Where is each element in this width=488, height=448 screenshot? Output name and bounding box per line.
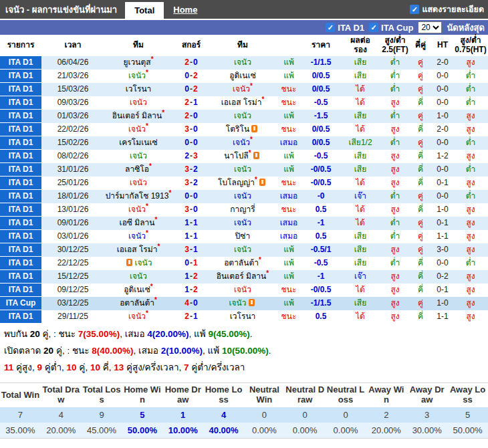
ht-score: 1-0 xyxy=(432,110,453,123)
home-team: เจนัว xyxy=(104,150,172,163)
stats-count: 5 xyxy=(122,407,162,423)
match-date: 09/01/26 xyxy=(41,217,104,230)
stats-column-header: Total Draw xyxy=(41,383,82,407)
league-filter-ita-d1[interactable]: ITA D1 xyxy=(326,23,364,33)
tab-total[interactable]: Total xyxy=(125,2,164,19)
match-result: เสมอ xyxy=(275,190,302,203)
handicap-result: เสีย xyxy=(340,230,381,243)
away-team: เจนัว xyxy=(210,297,275,310)
handicap-result: ได้ xyxy=(340,310,381,324)
result-text: ชนะ xyxy=(281,179,297,187)
card-icon xyxy=(253,152,259,159)
match-date: 03/01/26 xyxy=(41,230,104,243)
market-sep2: , แพ้ xyxy=(203,346,222,356)
favorite-star: * xyxy=(250,82,253,90)
over-under-ft: สูง xyxy=(381,177,409,190)
away-goals: 0 xyxy=(193,138,198,147)
result-text: แพ้ xyxy=(283,299,294,308)
away-team: เจนัว xyxy=(210,110,275,123)
favorite-star: * xyxy=(146,229,148,237)
odds-value: -1 xyxy=(302,217,340,230)
odd-even: คู่ xyxy=(409,110,432,123)
away-team: อูดิเนเซ่ xyxy=(210,70,275,83)
odds-value: 0/0.5 xyxy=(302,136,340,150)
match-date: 25/01/26 xyxy=(41,177,104,190)
home-goals: 1 xyxy=(185,271,189,281)
ht-score: 2-0 xyxy=(432,56,453,70)
odds-value: -1.5 xyxy=(302,110,340,123)
league-filter-ita-cup-label: ITA Cup xyxy=(381,23,413,33)
league-badge: ITA D1 xyxy=(0,243,41,257)
ht-score: 0-0 xyxy=(432,190,453,203)
checkbox-checked-icon[interactable] xyxy=(369,23,378,32)
checkbox-checked-icon[interactable] xyxy=(326,23,335,32)
match-date: 06/04/26 xyxy=(41,56,104,70)
match-row: ITA D113/01/26เจนัว*3-0กาญารี่ชนะ0.5ได้ส… xyxy=(0,203,488,217)
handicap-result: เสีย xyxy=(340,56,381,70)
market-lose: 10(50.00%) xyxy=(222,346,269,356)
over-under-ht: สูง xyxy=(453,217,488,230)
result-text: เสมอ xyxy=(280,192,298,201)
favorite-star: * xyxy=(250,136,253,143)
away-team: เจนัว xyxy=(210,190,275,203)
league-filter-ita-cup[interactable]: ITA Cup xyxy=(369,23,413,33)
away-goals: 1 xyxy=(193,218,198,227)
handicap-result: ได้ xyxy=(340,284,381,297)
away-team: เจนัว xyxy=(210,243,275,257)
odds-value: 0.5 xyxy=(302,230,340,243)
favorite-star: * xyxy=(249,149,251,156)
home-team: อูดิเนเซ่* xyxy=(104,284,172,297)
away-team: โตริโน xyxy=(210,123,275,136)
page-title: เจนัว - ผลการแข่งขันที่ผ่านมา xyxy=(0,0,125,19)
home-goals: 0 xyxy=(185,84,189,94)
h2h-sep2: , แพ้ xyxy=(189,329,209,339)
team-name: เจนัว xyxy=(234,58,251,67)
home-team: ปาร์มากัลโช 1913* xyxy=(104,190,172,203)
handicap-result: เสีย xyxy=(340,70,381,83)
count-number: 10 xyxy=(90,362,100,372)
stats-table: Total WinTotal DrawTotal LossHome WinHom… xyxy=(0,382,488,439)
ht-score: 0-1 xyxy=(432,177,453,190)
away-goals: 0 xyxy=(193,124,198,134)
count-number: 13 xyxy=(114,362,124,372)
stats-column-header: Away Loss xyxy=(447,383,488,407)
column-header: คี่คู่ xyxy=(409,35,432,56)
home-goals: 0 xyxy=(185,191,189,201)
home-goals: 2 xyxy=(185,111,189,120)
home-goals: 3 xyxy=(185,245,189,254)
handicap-result: ได้ xyxy=(340,96,381,110)
odds-value: -0/0.5 xyxy=(302,177,340,190)
score: 2-0 xyxy=(172,110,210,123)
team-name: เจนัว xyxy=(234,191,251,201)
stats-percent: 20.00% xyxy=(41,423,82,439)
stats-percent: 35.00% xyxy=(0,423,41,439)
market-summary: เปิดตลาด 20 คู่, : ชนะ 8(40.00%), เสมอ 2… xyxy=(4,345,484,356)
match-result: ชนะ xyxy=(275,284,302,297)
tab-home[interactable]: Home xyxy=(164,0,207,19)
stats-percent: 0.00% xyxy=(326,423,366,439)
checkbox-checked-icon[interactable] xyxy=(410,5,419,14)
match-date: 08/02/26 xyxy=(41,150,104,163)
league-filter-ita-d1-label: ITA D1 xyxy=(338,23,364,33)
team-name: เจนัว xyxy=(234,245,251,254)
ht-score: 0-0 xyxy=(432,163,453,177)
odd-even: คู่ xyxy=(409,83,432,96)
show-details-control[interactable]: แสดงรายละเอียด xyxy=(410,0,488,19)
favorite-star: * xyxy=(150,283,153,290)
count-number: 10 xyxy=(67,362,77,372)
h2h-sep1: , เสมอ xyxy=(120,329,147,339)
match-row: ITA D101/03/26อินเตอร์ มิลาน*2-0เจนัวแพ้… xyxy=(0,110,488,123)
odd-even: คู่ xyxy=(409,230,432,243)
home-team: เจนัว xyxy=(104,177,172,190)
home-goals: 2 xyxy=(185,151,189,160)
result-text: แพ้ xyxy=(283,112,294,120)
home-goals: 1 xyxy=(185,231,189,241)
away-team: เวโรนา xyxy=(210,310,275,324)
score: 1-2 xyxy=(172,284,210,297)
result-text: แพ้ xyxy=(283,259,294,267)
match-count-select[interactable]: 20 xyxy=(418,21,442,33)
odds-value: 0/0.5 xyxy=(302,83,340,96)
score: 0-0 xyxy=(172,136,210,150)
count-label: คู่สูง/ครึ่งเวลา, xyxy=(124,362,184,372)
match-row: ITA D109/12/25อูดิเนเซ่*1-2เจนัวชนะ-0/0.… xyxy=(0,284,488,297)
